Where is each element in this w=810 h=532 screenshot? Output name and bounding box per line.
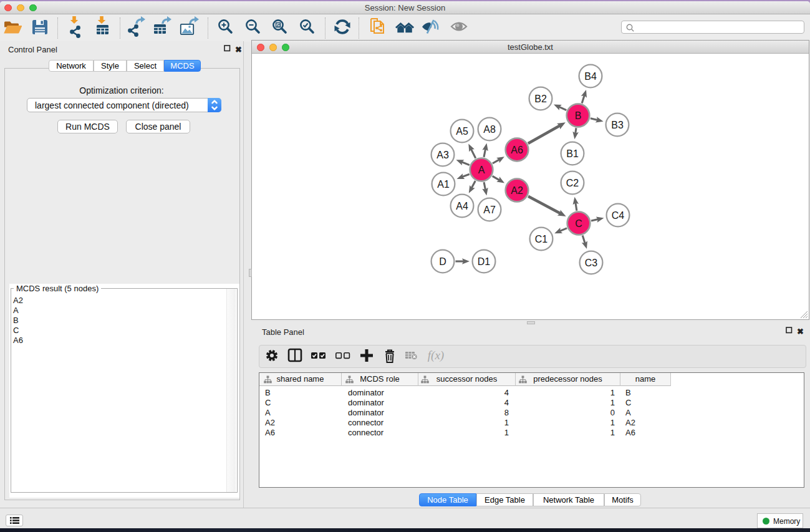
svg-text:A7: A7 bbox=[483, 205, 496, 215]
svg-text:B3: B3 bbox=[611, 120, 624, 130]
svg-text:C4: C4 bbox=[612, 210, 625, 221]
svg-text:C1: C1 bbox=[535, 234, 548, 244]
svg-text:A2: A2 bbox=[511, 185, 523, 196]
svg-text:B1: B1 bbox=[566, 148, 579, 159]
svg-text:A5: A5 bbox=[456, 126, 468, 137]
svg-text:B4: B4 bbox=[584, 71, 597, 82]
svg-text:B2: B2 bbox=[534, 94, 547, 104]
svg-text:C: C bbox=[575, 218, 582, 229]
svg-text:A4: A4 bbox=[456, 201, 468, 211]
svg-text:C2: C2 bbox=[566, 178, 579, 188]
svg-text:A3: A3 bbox=[436, 150, 449, 160]
svg-text:D: D bbox=[439, 256, 446, 267]
svg-text:D1: D1 bbox=[478, 256, 491, 267]
svg-text:A: A bbox=[478, 165, 485, 175]
svg-text:B: B bbox=[575, 110, 582, 121]
svg-text:A6: A6 bbox=[511, 145, 523, 155]
svg-text:A1: A1 bbox=[437, 179, 450, 190]
svg-text:f(x): f(x) bbox=[428, 349, 444, 362]
svg-text:A8: A8 bbox=[483, 124, 496, 135]
svg-text:C3: C3 bbox=[585, 258, 598, 268]
